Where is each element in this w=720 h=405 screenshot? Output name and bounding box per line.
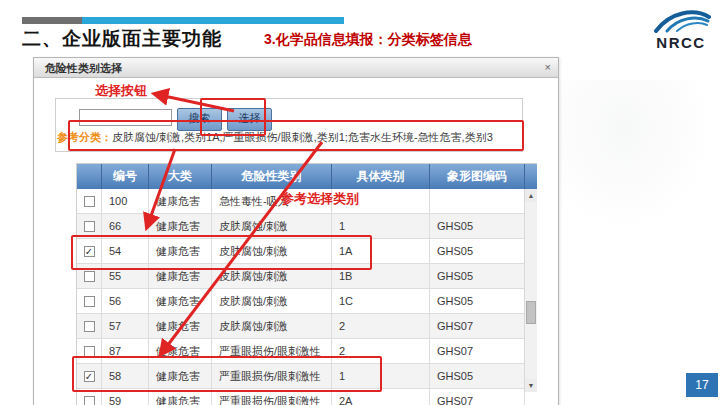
checkbox-cell [77,264,102,289]
table-row: 87健康危害严重眼损伤/眼刺激性2GHS07 [77,339,537,364]
cell-pictogram [430,189,525,214]
checkbox-cell [77,314,102,339]
cell-category: 健康危害 [149,214,212,239]
slide-subtitle: 3.化学品信息填报：分类标签信息 [264,31,472,49]
cell-hazard: 皮肤腐蚀/刺激 [212,214,332,239]
dialog-title: 危险性类别选择 [45,61,122,76]
cell-subclass: 2 [332,314,430,339]
cell-id: 58 [102,364,149,389]
table-row: 66健康危害皮肤腐蚀/刺激1GHS05 [77,214,537,239]
scroll-up-icon[interactable]: ▲ [525,189,537,202]
table-row: 57健康危害皮肤腐蚀/刺激2GHS07 [77,314,537,339]
row-checkbox[interactable] [84,321,95,332]
cell-category: 健康危害 [149,289,212,314]
checkbox-cell [77,339,102,364]
row-checkbox[interactable] [84,196,95,207]
reference-label: 参考分类： [57,131,112,143]
background-watermark [560,80,720,240]
dialog-titlebar[interactable]: 危险性类别选择 × [34,58,558,78]
cell-hazard: 皮肤腐蚀/刺激 [212,289,332,314]
cell-id: 87 [102,339,149,364]
cell-category: 健康危害 [149,364,212,389]
table-header-row: 编号大类危险性类别具体类别象形图编码 [77,164,537,189]
cell-pictogram: GHS05 [430,239,525,264]
cell-subclass: 2 [332,339,430,364]
cell-subclass: 1A [332,239,430,264]
table-row: 56健康危害皮肤腐蚀/刺激1CGHS05 [77,289,537,314]
title-accent-bar-blue [82,17,344,24]
table-row: ✓58健康危害严重眼损伤/眼刺激性1GHS05 [77,364,537,389]
close-icon[interactable]: × [545,60,551,74]
annotation-select-button: 选择按钮 [95,82,147,100]
cell-subclass: 1 [332,364,430,389]
cell-subclass: 2A [332,389,430,405]
table-body: 100健康危害急性毒性-吸入66健康危害皮肤腐蚀/刺激1GHS05✓54健康危害… [77,189,537,405]
search-input[interactable] [79,109,172,126]
cell-id: 56 [102,289,149,314]
nrcc-logo: NRCC [648,8,714,51]
cell-hazard: 严重眼损伤/眼刺激性 [212,339,332,364]
cell-pictogram: GHS07 [430,339,525,364]
cell-subclass: 1 [332,214,430,239]
row-checkbox[interactable] [84,346,95,357]
cell-pictogram: GHS07 [430,389,525,405]
cell-id: 100 [102,189,149,214]
scroll-down-icon[interactable]: ▼ [525,379,537,392]
checkbox-cell [77,289,102,314]
checkbox-cell: ✓ [77,364,102,389]
reference-classification-line: 参考分类：皮肤腐蚀/刺激,类别1A;严重眼损伤/眼刺激,类别1;危害水生环境-急… [57,130,493,145]
column-header-0 [77,164,102,189]
slide-title: 二、企业版面主要功能 [22,26,222,52]
row-checkbox[interactable] [84,396,95,405]
row-checkbox-checked[interactable]: ✓ [84,371,95,382]
cell-category: 健康危害 [149,239,212,264]
page-number: 17 [686,373,718,397]
slide: 二、企业版面主要功能 3.化学品信息填报：分类标签信息 NRCC 危险性类别选择… [0,0,720,405]
checkbox-cell [77,189,102,214]
cell-hazard: 皮肤腐蚀/刺激 [212,239,332,264]
row-checkbox[interactable] [84,296,95,307]
reference-text: 皮肤腐蚀/刺激,类别1A;严重眼损伤/眼刺激,类别1;危害水生环境-急性危害,类… [112,131,493,143]
cell-hazard: 严重眼损伤/眼刺激性 [212,389,332,405]
title-accent-bar-gray [22,17,82,24]
annotation-reference-select: 参考选择类别 [281,190,359,208]
cell-pictogram: GHS05 [430,289,525,314]
scrollbar-thumb[interactable] [526,301,536,324]
nrcc-logo-text: NRCC [648,34,714,51]
cell-pictogram: GHS05 [430,364,525,389]
checkbox-cell [77,214,102,239]
table-row: 55健康危害皮肤腐蚀/刺激1BGHS05 [77,264,537,289]
checkbox-cell: ✓ [77,239,102,264]
cell-id: 66 [102,214,149,239]
column-header-1: 编号 [102,164,149,189]
cell-pictogram: GHS07 [430,314,525,339]
cell-pictogram: GHS05 [430,264,525,289]
cell-category: 健康危害 [149,189,212,214]
table-scrollbar: ▲ ▼ [524,189,537,392]
checkbox-cell [77,389,102,405]
column-header-5: 象形图编码 [430,164,525,189]
row-checkbox[interactable] [84,271,95,282]
cell-id: 59 [102,389,149,405]
select-button[interactable]: 选择 [227,108,272,131]
cell-id: 57 [102,314,149,339]
cell-category: 健康危害 [149,389,212,405]
column-header-2: 大类 [149,164,212,189]
table-row: 59健康危害严重眼损伤/眼刺激性2AGHS07 [77,389,537,405]
cell-hazard: 皮肤腐蚀/刺激 [212,264,332,289]
cell-hazard: 严重眼损伤/眼刺激性 [212,364,332,389]
column-header-3: 危险性类别 [212,164,332,189]
column-header-4: 具体类别 [332,164,430,189]
cell-category: 健康危害 [149,314,212,339]
cell-id: 55 [102,264,149,289]
cell-pictogram: GHS05 [430,214,525,239]
table-row: ✓54健康危害皮肤腐蚀/刺激1AGHS05 [77,239,537,264]
row-checkbox[interactable] [84,221,95,232]
search-button[interactable]: 搜索 [177,108,222,131]
cell-id: 54 [102,239,149,264]
cell-hazard: 皮肤腐蚀/刺激 [212,314,332,339]
cell-subclass: 1B [332,264,430,289]
cell-category: 健康危害 [149,264,212,289]
row-checkbox-checked[interactable]: ✓ [84,246,95,257]
cell-subclass: 1C [332,289,430,314]
